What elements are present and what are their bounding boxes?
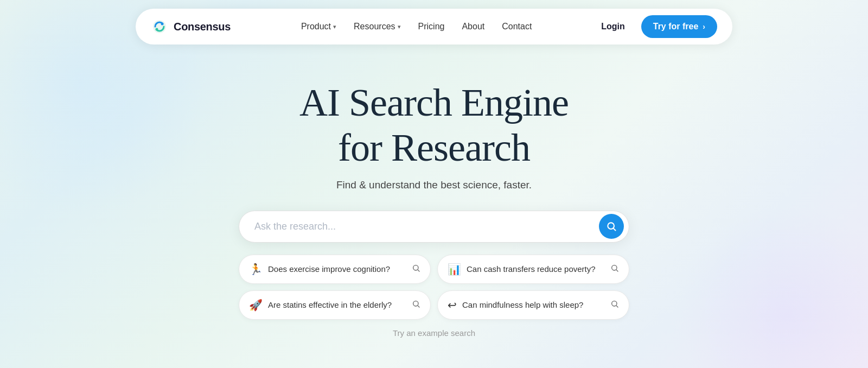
hero-subtitle: Find & understand the best science, fast… bbox=[336, 179, 532, 191]
svg-line-11 bbox=[616, 306, 618, 307]
hero-title-line2: for Research bbox=[338, 126, 530, 169]
query-chip-exercise[interactable]: 🏃 Does exercise improve cognition? bbox=[239, 255, 431, 284]
svg-line-9 bbox=[418, 306, 419, 307]
query-chip-cash[interactable]: 📊 Can cash transfers reduce poverty? bbox=[437, 255, 629, 284]
svg-point-1 bbox=[156, 28, 158, 31]
nav-actions: Login Try for free › bbox=[591, 15, 717, 38]
svg-point-4 bbox=[413, 265, 418, 270]
try-free-arrow-icon: › bbox=[703, 22, 705, 31]
svg-point-8 bbox=[413, 301, 418, 306]
logo-text: Consensus bbox=[174, 21, 231, 33]
consensus-logo-icon bbox=[151, 18, 168, 35]
login-button[interactable]: Login bbox=[591, 17, 635, 36]
query-text-exercise: Does exercise improve cognition? bbox=[268, 264, 390, 274]
logo[interactable]: Consensus bbox=[151, 18, 231, 35]
query-search-icon-mindfulness bbox=[610, 300, 619, 310]
query-text-cash: Can cash transfers reduce poverty? bbox=[467, 264, 596, 274]
query-search-icon-statins bbox=[412, 300, 420, 310]
nav-about-label: About bbox=[462, 22, 484, 31]
query-left-cash: 📊 Can cash transfers reduce poverty? bbox=[448, 263, 596, 276]
mindfulness-icon: ↩ bbox=[448, 299, 457, 312]
nav-pricing-label: Pricing bbox=[418, 22, 445, 31]
nav-item-resources[interactable]: Resources ▾ bbox=[346, 17, 408, 36]
nav-links: Product ▾ Resources ▾ Pricing About Cont… bbox=[246, 17, 587, 36]
nav-contact-label: Contact bbox=[502, 22, 532, 31]
search-bar-wrapper bbox=[239, 211, 629, 243]
hero-title-line1: AI Search Engine bbox=[299, 81, 569, 124]
search-icon bbox=[606, 221, 617, 232]
svg-point-6 bbox=[612, 265, 617, 270]
svg-point-0 bbox=[161, 23, 164, 26]
navbar: Consensus Product ▾ Resources ▾ Pricing … bbox=[0, 0, 868, 53]
query-left-exercise: 🏃 Does exercise improve cognition? bbox=[249, 263, 390, 276]
query-search-icon-exercise bbox=[412, 264, 420, 274]
hero-title: AI Search Engine for Research bbox=[299, 80, 569, 170]
nav-resources-label: Resources bbox=[354, 22, 395, 31]
nav-product-label: Product bbox=[301, 22, 331, 31]
try-free-button[interactable]: Try for free › bbox=[641, 15, 717, 38]
query-text-statins: Are statins effective in the elderly? bbox=[268, 300, 392, 309]
nav-item-pricing[interactable]: Pricing bbox=[411, 17, 452, 36]
query-search-icon-cash bbox=[610, 264, 619, 274]
svg-line-7 bbox=[616, 270, 618, 271]
exercise-icon: 🏃 bbox=[249, 263, 263, 276]
query-left-statins: 🚀 Are statins effective in the elderly? bbox=[249, 299, 392, 312]
hero-section: AI Search Engine for Research Find & und… bbox=[0, 53, 868, 338]
product-chevron-icon: ▾ bbox=[333, 23, 336, 30]
query-chip-statins[interactable]: 🚀 Are statins effective in the elderly? bbox=[239, 290, 431, 320]
nav-item-contact[interactable]: Contact bbox=[494, 17, 539, 36]
resources-chevron-icon: ▾ bbox=[398, 23, 401, 30]
svg-line-5 bbox=[418, 270, 419, 271]
svg-point-10 bbox=[612, 301, 617, 306]
query-text-mindfulness: Can mindfulness help with sleep? bbox=[462, 300, 583, 309]
statins-icon: 🚀 bbox=[249, 299, 263, 312]
try-free-label: Try for free bbox=[653, 22, 699, 31]
search-button[interactable] bbox=[599, 214, 624, 239]
cash-icon: 📊 bbox=[448, 263, 461, 276]
nav-item-product[interactable]: Product ▾ bbox=[293, 17, 344, 36]
try-example-label: Try an example search bbox=[393, 328, 475, 338]
example-queries: 🏃 Does exercise improve cognition? 📊 Can… bbox=[239, 255, 629, 320]
svg-line-3 bbox=[614, 229, 616, 231]
query-left-mindfulness: ↩ Can mindfulness help with sleep? bbox=[448, 299, 583, 312]
query-chip-mindfulness[interactable]: ↩ Can mindfulness help with sleep? bbox=[437, 290, 629, 320]
nav-item-about[interactable]: About bbox=[454, 17, 492, 36]
search-input[interactable] bbox=[239, 211, 629, 243]
